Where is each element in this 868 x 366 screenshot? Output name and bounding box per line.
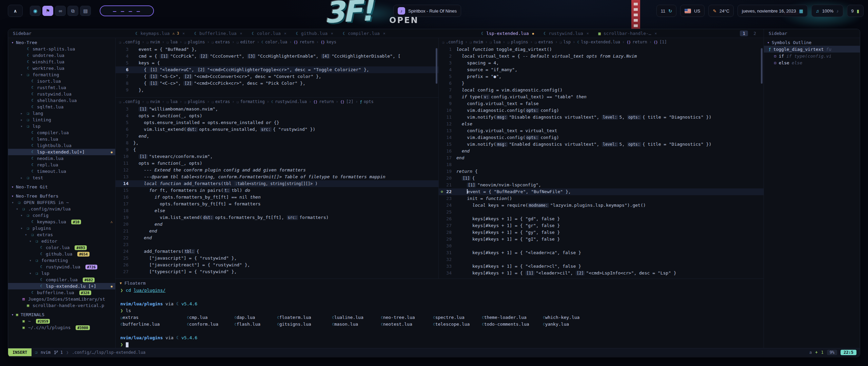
code-line[interactable]: 32 <box>439 256 764 263</box>
breadcrumb-item[interactable]: ❏lua <box>166 40 178 44</box>
tab-keymaps-lua[interactable]: ☾keymaps.lua⚠ 3✕ <box>131 29 190 38</box>
tree-item[interactable]: ☾timeout.lua <box>8 168 115 175</box>
code-line[interactable]: 27 ["typescript"] = { "rustywind" }, <box>116 268 438 275</box>
tree-item[interactable]: ▸❏linting <box>8 117 115 123</box>
breadcrumb-item[interactable]: ☾lsp-extended.lua <box>577 40 620 44</box>
tree-item[interactable]: ☾keymaps.lua#10⚠ <box>8 219 115 225</box>
tree-item[interactable]: ☾rustywind.lua#726 <box>8 264 115 270</box>
tree-item[interactable]: ☾worktree.lua <box>8 65 115 72</box>
code-line[interactable]: 14 vim.diagnostic.config(opts:config) <box>439 134 764 141</box>
scrollbar-handle[interactable] <box>436 48 437 84</box>
tree-item[interactable]: ☾lightbulb.lua <box>8 142 115 149</box>
close-icon[interactable]: ✕ <box>383 31 386 36</box>
launcher-button[interactable]: ∧ <box>8 5 23 17</box>
tree-item[interactable]: ▾❏OPEN BUFFERS in ~ <box>8 199 115 206</box>
tree-item[interactable]: ▸❏lang <box>8 110 115 117</box>
code-line[interactable]: 19return { <box>439 168 764 175</box>
copy-button[interactable]: ⧉ <box>67 6 78 16</box>
code-line[interactable]: 26 keys[#keys + 1] = { "gd", false } <box>439 216 764 222</box>
tree-item[interactable]: ▾❏formatting <box>8 72 115 78</box>
file-entry[interactable]: ☾gitsigns.lua <box>277 321 332 328</box>
pin-button[interactable]: ⚑ <box>42 6 53 16</box>
volume-widget[interactable]: ♫ 100% ♪ <box>811 5 843 17</box>
tab-bufferline-lua[interactable]: ☾bufferline.lua✕ <box>190 29 247 38</box>
code-line[interactable]: 20 end <box>116 221 438 228</box>
close-icon[interactable]: ✕ <box>331 31 333 36</box>
tree-item[interactable]: ☾sqlfmt.lua <box>8 104 115 110</box>
music-widget[interactable]: ♪ Spiritbox - Rule Of Nines <box>393 5 461 17</box>
tree-item[interactable]: ☾lsp-extended.lu [+]● <box>8 283 115 289</box>
code-line[interactable]: 13 config.virtual_text = virtual_text <box>439 127 764 134</box>
tree-item[interactable]: ☾neodim.lua <box>8 155 115 162</box>
file-entry[interactable]: ☾todo-comments.lua <box>482 321 543 328</box>
tab-scrollbar-handle-[interactable]: ▦scrollbar-handle-…✕ <box>594 29 662 38</box>
editor-body[interactable]: 1local function toggle_diag_virtext()2 l… <box>439 46 764 279</box>
tree-item[interactable]: ▾❏.config/nvim/lua <box>8 206 115 212</box>
code-line[interactable]: 33 keys[#keys + 1] = { "<leader>cl", fal… <box>439 263 764 270</box>
code-line[interactable]: 22 end <box>116 235 438 241</box>
code-line[interactable]: 9 config.virtual_text = false <box>439 100 764 107</box>
tree-item[interactable]: ▦scrollbar-handle-vertical.p <box>8 302 115 309</box>
tree-item[interactable]: ▣~/.c/n/l/plugins#3980 <box>8 324 115 331</box>
file-entry[interactable]: ☾yanky.lua <box>543 321 569 328</box>
terminal-output[interactable]: ❯ cd lua/plugins/nvim/lua/plugins via ☾ … <box>116 287 764 348</box>
breadcrumb-item[interactable]: ❏.config <box>119 99 140 104</box>
tree-item[interactable]: ▾❏formatting <box>8 257 115 264</box>
code-line[interactable]: 9{ <box>116 146 438 153</box>
file-entry[interactable]: ☾lualine.lua <box>332 314 381 321</box>
tag-input[interactable]: — — — — <box>100 5 154 16</box>
breadcrumb-item[interactable]: {}return <box>627 40 647 44</box>
tab-compiler-lua[interactable]: ☾compiler.lua✕ <box>338 29 390 38</box>
code-line[interactable]: 2 local virtual_text = { -- Default virt… <box>439 53 764 60</box>
breadcrumb-item[interactable]: ❏plugins <box>184 40 205 44</box>
file-entry[interactable]: ☾flash.lua <box>234 321 277 328</box>
breadcrumb-item[interactable]: {}return <box>294 40 314 44</box>
code-line[interactable]: 13 ---@param tbl table<string, conform.F… <box>116 174 438 180</box>
tree-item[interactable]: ▾❏config <box>8 212 115 219</box>
code-line[interactable]: 10 [1]"stevearc/conform.nvim", <box>116 153 438 160</box>
code-line[interactable]: 21 end <box>116 228 438 235</box>
tree-item[interactable]: ☾color.lua#493 <box>8 244 115 251</box>
code-line[interactable]: 5 opts.ensure_installed = opts.ensure_in… <box>116 119 438 126</box>
file-entry[interactable]: ☾floaterm.lua <box>277 314 332 321</box>
outline-item[interactable]: ƒtoggle_diag_virtextfu <box>764 46 860 53</box>
code-line[interactable]: 18 <box>439 161 764 168</box>
tree-item[interactable]: ☾compiler.lua <box>8 129 115 136</box>
editor-pane-lsp-extended-lua[interactable]: ❏.config›❏nvim›❏lua›❏plugins›❏extras›❏ls… <box>439 38 764 279</box>
code-line[interactable]: 16 if opts.formatters_by_ft[ft] == nil t… <box>116 194 438 201</box>
code-line[interactable]: 7 { [1]"<S-C>", [2]"<cmd>CccConvert<cr>"… <box>116 73 438 80</box>
tree-item[interactable]: ☾rustywind.lua <box>8 91 115 97</box>
code-line[interactable]: ⚙22 event = { "BufReadPre", "BufNewFile"… <box>439 188 764 195</box>
file-entry[interactable]: ☾mason.lua <box>332 321 381 328</box>
breadcrumb-item[interactable]: ❏lsp <box>559 40 571 44</box>
tree-item[interactable]: ▾❏lsp <box>8 123 115 129</box>
outline-item[interactable]: ◻elseelse <box>764 59 860 66</box>
code-line[interactable]: 19 vim.list_extend(dst:opts.formatters_b… <box>116 214 438 221</box>
code-line[interactable]: 30 <box>439 243 764 249</box>
code-line[interactable]: 25 ["javascript"] = { "rustywind" }, <box>116 255 438 262</box>
breadcrumb-item[interactable]: {}[1] <box>654 40 667 44</box>
file-entry[interactable]: ☾telescope.lua <box>433 321 482 328</box>
editor-body[interactable]: 3 event = { "BufRead" },4 cmd = { [1]"Cc… <box>116 46 438 97</box>
record-button[interactable]: ◉ <box>30 6 41 16</box>
tree-item[interactable]: ☾bufferline.lua#328 <box>8 289 115 296</box>
cursor-position[interactable]: 22:5 <box>841 350 856 355</box>
tab-color-lua[interactable]: ☾color.lua✕ <box>247 29 291 38</box>
scrollbar-handle[interactable] <box>761 48 763 84</box>
code-line[interactable]: 7 end, <box>116 133 438 140</box>
file-entry[interactable]: ☾neo-tree.lua <box>381 314 433 321</box>
tab-lsp-extended-lua[interactable]: ☾lsp-extended.lua● <box>476 29 539 38</box>
breadcrumb-item[interactable]: ❏nvim <box>470 40 483 44</box>
tree-item[interactable]: ▤Juegos/Indies/SteamLibrary/st <box>8 296 115 302</box>
tree-item[interactable]: ☾repl.lua <box>8 162 115 168</box>
close-icon[interactable]: ✕ <box>655 31 657 36</box>
breadcrumb-item[interactable]: {}[2] <box>340 99 354 104</box>
tree-item[interactable]: ☾winshift.lua <box>8 59 115 65</box>
tree-item[interactable]: ▣~#2859 <box>8 318 115 324</box>
code-line[interactable]: 8 if type(v:config.virtual_text) == "tab… <box>439 94 764 100</box>
breadcrumb-item[interactable]: ❏formatting <box>236 99 264 104</box>
close-icon[interactable]: ✕ <box>587 31 589 36</box>
breadcrumb-item[interactable]: ❏lua <box>166 99 178 104</box>
code-line[interactable]: 31 keys[#keys + 1] = { "<leader>ca", fal… <box>439 249 764 256</box>
code-line[interactable]: 26 ["javascriptreact"] = { "rustywind" }… <box>116 262 438 268</box>
